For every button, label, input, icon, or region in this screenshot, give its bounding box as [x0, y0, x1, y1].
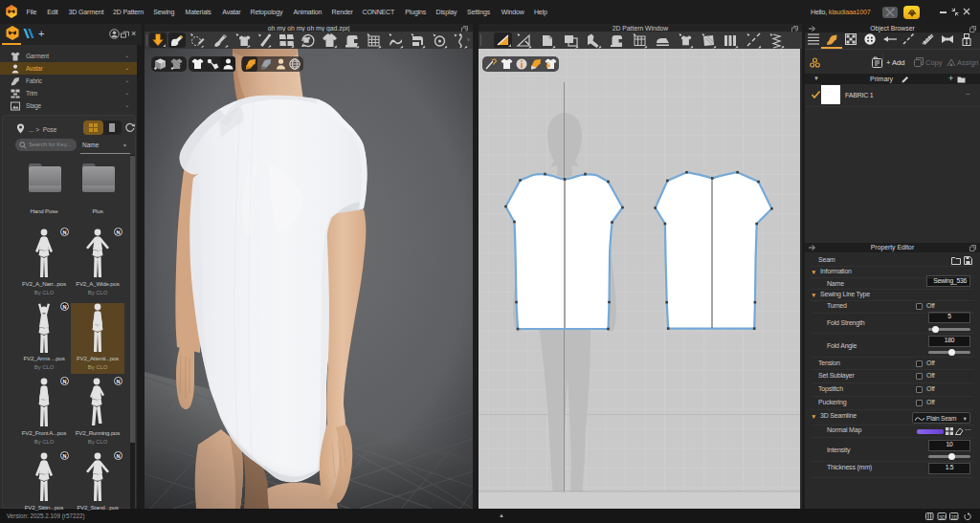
svg-text:3D: 3D: [939, 514, 946, 520]
svg-text:2D: 2D: [951, 514, 958, 520]
